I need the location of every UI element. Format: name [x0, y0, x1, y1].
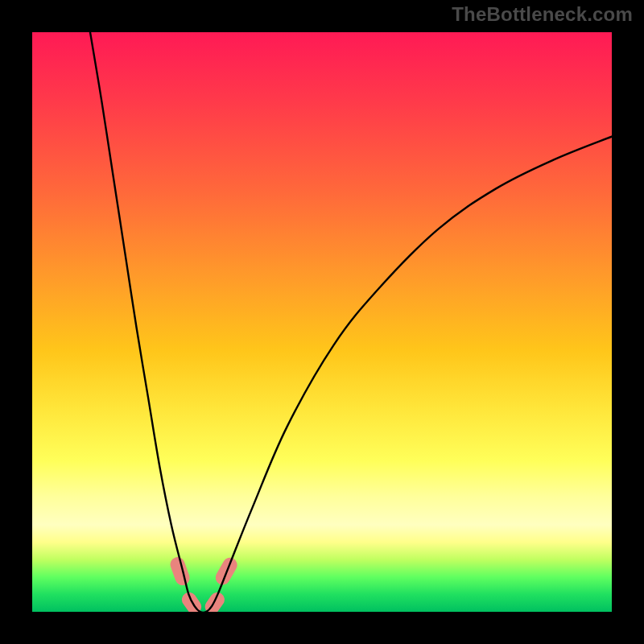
- bottleneck-curve: [90, 32, 612, 612]
- plot-area: [32, 32, 612, 612]
- watermark-text: TheBottleneck.com: [452, 5, 633, 24]
- chart-frame: TheBottleneck.com: [0, 0, 644, 644]
- curve-svg: [32, 32, 612, 612]
